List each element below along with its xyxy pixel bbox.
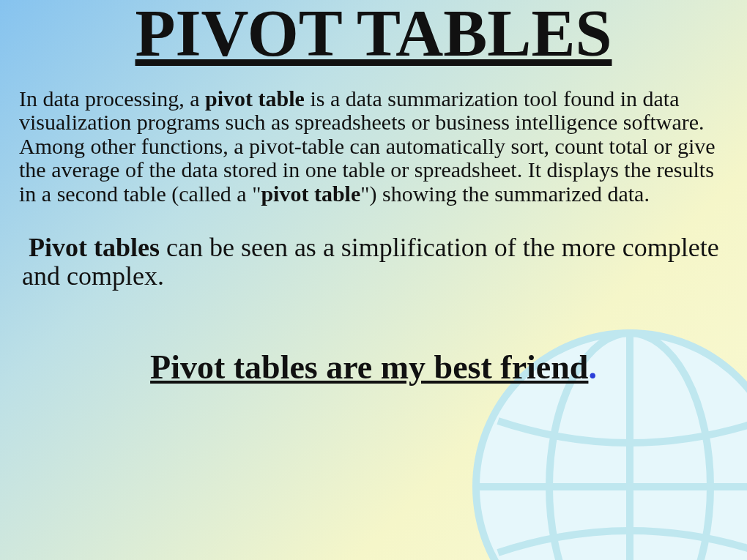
para1-bold-1: pivot table	[205, 86, 305, 111]
paragraph-definition: In data processing, a pivot table is a d…	[18, 87, 729, 206]
para1-text-3: ") showing the summarized data.	[360, 182, 650, 206]
tagline-text: Pivot tables are my best friend	[150, 348, 588, 386]
tagline-container: Pivot tables are my best friend.	[18, 348, 729, 387]
tagline-period: .	[588, 348, 597, 386]
para1-bold-2: pivot table	[261, 182, 360, 206]
slide-title: PIVOT TABLES	[18, 0, 729, 71]
para2-bold: Pivot tables	[29, 233, 160, 262]
slide-content: PIVOT TABLES In data processing, a pivot…	[0, 0, 747, 387]
para1-text-1: In data processing, a	[19, 86, 205, 111]
paragraph-simplification: Pivot tables can be seen as a simplifica…	[18, 234, 729, 291]
